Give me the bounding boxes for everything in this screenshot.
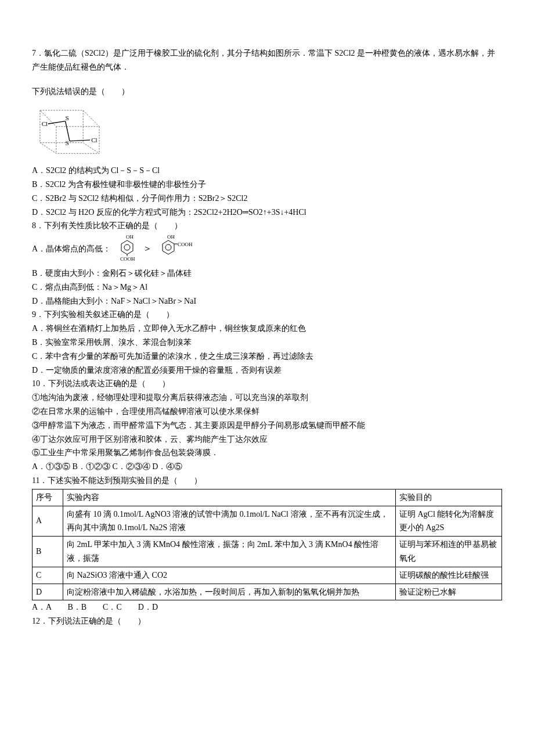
svg-marker-19 <box>163 240 174 254</box>
q11-table: 序号 实验内容 实验目的 A 向盛有 10 滴 0.1mol/L AgNO3 溶… <box>32 489 502 601</box>
q9-option-c: C．苯中含有少量的苯酚可先加适量的浓溴水，使之生成三溴苯酚，再过滤除去 <box>32 350 502 363</box>
svg-marker-14 <box>121 240 133 254</box>
cell-content: 向 Na2SiO3 溶液中通入 CO2 <box>63 567 396 584</box>
cell-seq: A <box>33 506 63 537</box>
cell-content: 向 2mL 甲苯中加入 3 滴 KMnO4 酸性溶液，振荡；向 2mL 苯中加入… <box>63 537 396 567</box>
q10-s5: ⑤工业生产中常采用聚氯乙烯制作食品包装袋薄膜． <box>32 446 502 460</box>
cell-seq: B <box>33 537 63 567</box>
svg-marker-1 <box>40 143 99 154</box>
q7-option-a: A．S2Cl2 的结构式为 Cl－S－S－Cl <box>32 164 502 178</box>
q12-stem: 12．下列说法正确的是（ ） <box>32 614 502 628</box>
svg-point-20 <box>165 244 171 250</box>
q10-stem: 10．下列说法或表达正确的是（ ） <box>32 377 502 391</box>
q8-option-b: B．硬度由大到小：金刚石＞碳化硅＞晶体硅 <box>32 267 502 280</box>
table-row: C 向 Na2SiO3 溶液中通入 CO2 证明碳酸的酸性比硅酸强 <box>33 567 502 584</box>
greater-than-symbol: ＞ <box>143 243 152 253</box>
cell-purpose: 证明 AgCl 能转化为溶解度更小的 Ag2S <box>396 506 502 537</box>
q10-s1: ①地沟油为废液，经物理处理和提取分离后获得液态油，可以充当溴的萃取剂 <box>32 391 502 405</box>
q11-stem: 11．下述实验不能达到预期实验目的是（ ） <box>32 474 502 488</box>
q8-option-c: C．熔点由高到低：Na＞Mg＞Al <box>32 280 502 294</box>
svg-text:Cl: Cl <box>42 120 48 127</box>
q8-option-d: D．晶格能由大到小：NaF＞NaCl＞NaBr＞NaI <box>32 294 502 308</box>
svg-text:Cl: Cl <box>91 136 98 143</box>
q9-option-b: B．实验室常采用铁屑、溴水、苯混合制溴苯 <box>32 336 502 350</box>
svg-line-6 <box>48 121 66 124</box>
q8-a-structure-left: OH COOH <box>113 233 141 267</box>
table-row: D 向淀粉溶液中加入稀硫酸，水浴加热，一段时间后，再加入新制的氢氧化铜并加热 验… <box>33 584 502 600</box>
svg-line-7 <box>66 121 70 141</box>
q10-s3: ③甲醇常温下为液态，而甲醛常温下为气态．其主要原因是甲醇分子间易形成氢键而甲醛不… <box>32 419 502 433</box>
q8-a-structure-right: OH COOH <box>154 233 195 267</box>
q10-options: A．①③⑤ B．①②③ C．②③④ D．④⑤ <box>32 460 502 474</box>
q10-s4: ④丁达尔效应可用于区别溶液和胶体，云、雾均能产生丁达尔效应 <box>32 433 502 447</box>
q11-options: A．A B．B C．C D．D <box>32 600 502 614</box>
q8-stem: 8．下列有关性质比较不正确的是（ ） <box>32 219 502 233</box>
q7-stem-1: 7．氯化二硫（S2Cl2）是广泛用于橡胶工业的硫化剂，其分子结构如图所示．常温下… <box>32 46 502 74</box>
svg-text:S: S <box>66 114 69 121</box>
svg-text:OH: OH <box>167 234 175 240</box>
svg-text:COOH: COOH <box>178 242 193 247</box>
cell-seq: C <box>33 567 63 584</box>
q8-option-a: A．晶体熔点的高低： OH COOH ＞ OH COOH <box>32 233 502 267</box>
cell-seq: D <box>33 584 63 600</box>
q7-option-c: C．S2Br2 与 S2Cl2 结构相似，分子间作用力：S2Br2＞S2Cl2 <box>32 192 502 206</box>
table-row: A 向盛有 10 滴 0.1mol/L AgNO3 溶液的试管中滴加 0.1mo… <box>33 506 502 537</box>
cell-purpose: 验证淀粉已水解 <box>396 584 502 600</box>
table-header-row: 序号 实验内容 实验目的 <box>33 489 502 506</box>
q7-option-b: B．S2Cl2 为含有极性键和非极性键的非极性分子 <box>32 178 502 192</box>
table-row: B 向 2mL 甲苯中加入 3 滴 KMnO4 酸性溶液，振荡；向 2mL 苯中… <box>33 537 502 567</box>
q9-option-a: A．将铜丝在酒精灯上加热后，立即伸入无水乙醇中，铜丝恢复成原来的红色 <box>32 322 502 336</box>
th-content: 实验内容 <box>63 489 396 506</box>
svg-line-8 <box>70 140 90 141</box>
q9-stem: 9．下列实验相关叙述正确的是（ ） <box>32 308 502 322</box>
cell-purpose: 证明与苯环相连的甲基易被氧化 <box>396 537 502 567</box>
q9-option-d: D．一定物质的量浓度溶液的配置必须要用干燥的容量瓶，否则有误差 <box>32 363 502 377</box>
q7-stem-2: 下列说法错误的是（ ） <box>32 85 502 99</box>
th-purpose: 实验目的 <box>396 489 502 506</box>
q7-option-d: D．S2Cl2 与 H2O 反应的化学方程式可能为：2S2Cl2+2H2O═SO… <box>32 206 502 219</box>
svg-point-15 <box>124 244 130 250</box>
q8-a-prefix: A．晶体熔点的高低： <box>32 244 111 253</box>
cell-purpose: 证明碳酸的酸性比硅酸强 <box>396 567 502 584</box>
q10-s2: ②在日常水果的运输中，合理使用高锰酸钾溶液可以使水果保鲜 <box>32 405 502 419</box>
cell-content: 向淀粉溶液中加入稀硫酸，水浴加热，一段时间后，再加入新制的氢氧化铜并加热 <box>63 584 396 600</box>
svg-text:S: S <box>66 140 69 147</box>
svg-text:COOH: COOH <box>120 256 135 262</box>
svg-text:OH: OH <box>126 234 134 240</box>
cell-content: 向盛有 10 滴 0.1mol/L AgNO3 溶液的试管中滴加 0.1mol/… <box>63 506 396 537</box>
th-seq: 序号 <box>33 489 63 506</box>
s2cl2-structure-diagram: Cl S S Cl <box>32 102 107 157</box>
